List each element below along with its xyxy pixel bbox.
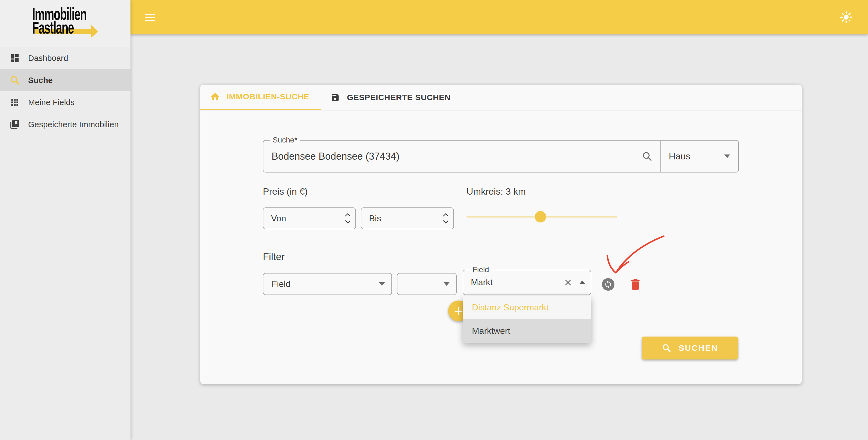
search-icon — [9, 75, 20, 86]
combobox-value: Markt — [471, 277, 564, 287]
radius-slider[interactable] — [466, 211, 617, 223]
grid-icon — [9, 97, 20, 107]
chevron-down-icon — [379, 282, 385, 286]
filter-operator-select[interactable] — [397, 273, 457, 295]
clear-icon[interactable] — [564, 278, 572, 287]
brand-logo: Immobilien Fastlane — [0, 0, 130, 47]
price-heading: Preis (in €) — [263, 186, 308, 197]
delete-icon[interactable] — [628, 277, 643, 292]
price-from-field — [263, 208, 356, 229]
bookmark-icon — [9, 119, 20, 130]
field-options-menu: Distanz Supermarkt Marktwert — [463, 295, 591, 343]
slider-thumb[interactable] — [535, 211, 546, 222]
tab-bar: IMMOBILIEN-SUCHE GESPEICHERTE SUCHEN — [200, 85, 802, 111]
refresh-icon[interactable] — [602, 278, 614, 291]
spinner-down-icon[interactable] — [442, 220, 449, 224]
suchen-button-label: SUCHEN — [679, 343, 718, 353]
sun-icon[interactable] — [840, 11, 853, 24]
price-to-input[interactable] — [362, 214, 424, 224]
search-icon — [662, 343, 672, 353]
price-to-field — [361, 208, 454, 229]
chevron-up-icon — [579, 281, 585, 284]
dashboard-icon — [9, 53, 20, 63]
filter-value-combobox[interactable]: Field Markt — [463, 270, 591, 295]
spinner-down-icon[interactable] — [344, 220, 351, 224]
chevron-down-icon — [724, 155, 730, 158]
price-from-spinner — [344, 213, 351, 224]
location-search-field: Suche* Haus — [263, 140, 739, 172]
filter-heading: Filter — [263, 251, 285, 262]
tab-immobilien-suche[interactable]: IMMOBILIEN-SUCHE — [200, 85, 321, 110]
chevron-down-icon — [443, 282, 450, 286]
search-card: IMMOBILIEN-SUCHE GESPEICHERTE SUCHEN Suc… — [200, 85, 802, 384]
menu-option-distanz-supermarkt[interactable]: Distanz Supermarkt — [463, 295, 591, 319]
sidebar-item-meine-fields[interactable]: Meine Fields — [0, 91, 130, 113]
sidebar-item-suche[interactable]: Suche — [0, 69, 130, 91]
home-icon — [210, 92, 220, 101]
sidebar-nav: Dashboard Suche Meine Fields — [0, 47, 130, 135]
save-icon — [331, 93, 340, 102]
spinner-up-icon[interactable] — [344, 213, 351, 217]
topbar — [130, 0, 868, 34]
combobox-label: Field — [470, 265, 492, 274]
sidebar: Immobilien Fastlane Dashboard Su — [0, 0, 130, 440]
property-type-value: Haus — [669, 151, 690, 162]
filter-field-select-value: Field — [272, 279, 290, 289]
radius-heading: Umkreis: 3 km — [466, 186, 526, 197]
sidebar-item-gespeicherte-immobilien[interactable]: Gespeicherte Immobilien — [0, 113, 130, 135]
search-field-label: Suche* — [270, 136, 300, 144]
suchen-button[interactable]: SUCHEN — [642, 337, 738, 359]
property-type-select[interactable]: Haus — [660, 140, 738, 172]
sidebar-item-dashboard[interactable]: Dashboard — [0, 47, 130, 69]
price-to-spinner — [442, 213, 449, 224]
menu-option-marktwert[interactable]: Marktwert — [463, 319, 591, 343]
filter-field-select[interactable]: Field — [263, 273, 392, 295]
price-from-input[interactable] — [264, 214, 326, 224]
search-input[interactable] — [264, 140, 642, 172]
menu-icon[interactable] — [145, 11, 156, 24]
brand-name: Immobilien Fastlane — [32, 7, 88, 35]
tab-gespeicherte-suchen[interactable]: GESPEICHERTE SUCHEN — [321, 85, 462, 110]
app-root: Immobilien Fastlane Dashboard Su — [0, 0, 868, 440]
spinner-up-icon[interactable] — [442, 213, 449, 217]
search-field-glass-icon[interactable] — [642, 140, 660, 172]
